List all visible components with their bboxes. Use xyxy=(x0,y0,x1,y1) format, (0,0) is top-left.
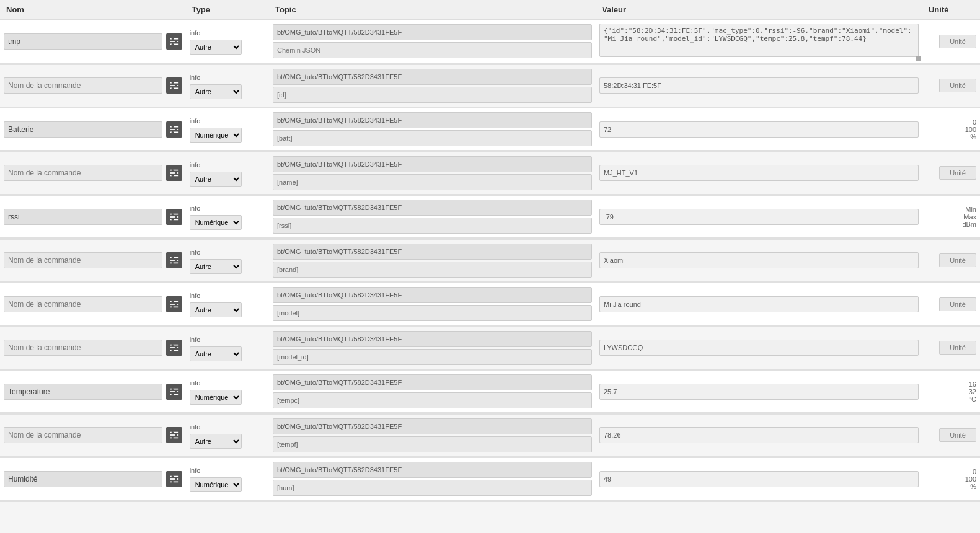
unite-input[interactable] xyxy=(939,297,976,311)
unite-input[interactable] xyxy=(939,35,976,48)
svg-point-45 xyxy=(171,344,174,346)
unite-input[interactable] xyxy=(939,79,976,92)
nom-input[interactable] xyxy=(4,77,162,94)
json-path-input[interactable] xyxy=(273,436,592,452)
topic-input[interactable] xyxy=(273,200,592,216)
valeur-input[interactable] xyxy=(599,165,919,181)
type-select[interactable]: AutreNumérique xyxy=(190,259,242,274)
nom-input[interactable] xyxy=(4,471,162,487)
type-select[interactable]: AutreNumérique xyxy=(190,477,242,492)
topic-input[interactable] xyxy=(273,331,592,347)
unite-unit: dBm xyxy=(926,221,976,228)
valeur-input[interactable] xyxy=(599,121,919,138)
json-path-input[interactable] xyxy=(273,87,592,103)
topic-input[interactable] xyxy=(273,156,592,172)
main-table-container: Nom Type Topic Valeur Unité infoAutreNum… xyxy=(0,0,980,502)
json-path-input[interactable] xyxy=(273,174,592,190)
json-path-input[interactable] xyxy=(273,392,592,408)
svg-point-33 xyxy=(171,257,174,259)
valeur-input[interactable] xyxy=(599,384,919,400)
settings-icon-button[interactable] xyxy=(166,77,182,94)
valeur-input[interactable] xyxy=(599,77,919,94)
settings-icon-button[interactable] xyxy=(166,471,182,487)
json-path-input[interactable] xyxy=(273,218,592,234)
header-valeur: Valeur xyxy=(596,0,922,20)
nom-input[interactable] xyxy=(4,296,162,312)
type-select[interactable]: AutreNumérique xyxy=(190,302,242,317)
unite-min: Min xyxy=(926,206,976,213)
settings-icon-button[interactable] xyxy=(166,209,182,225)
valeur-input[interactable] xyxy=(599,252,919,268)
nom-input[interactable] xyxy=(4,121,162,138)
type-select[interactable]: AutreNumérique xyxy=(190,40,242,55)
type-select[interactable]: AutreNumérique xyxy=(190,84,242,99)
svg-point-57 xyxy=(171,431,174,434)
type-select[interactable]: AutreNumérique xyxy=(190,128,242,143)
topic-input[interactable] xyxy=(273,69,592,85)
unite-unit: % xyxy=(926,133,976,141)
nom-input[interactable] xyxy=(4,427,162,443)
unite-unit: % xyxy=(926,483,976,490)
json-path-input[interactable] xyxy=(273,130,592,146)
topic-input[interactable] xyxy=(273,374,592,390)
settings-icon-button[interactable] xyxy=(166,296,182,312)
nom-cell xyxy=(4,296,182,312)
valeur-input[interactable] xyxy=(599,427,919,443)
resize-handle[interactable] xyxy=(916,56,921,61)
json-path-input[interactable] xyxy=(273,262,592,278)
settings-icon-button[interactable] xyxy=(166,252,182,268)
nom-input[interactable] xyxy=(4,252,162,268)
topic-input[interactable] xyxy=(273,244,592,260)
nom-input[interactable] xyxy=(4,209,162,225)
type-select[interactable]: AutreNumérique xyxy=(190,346,242,361)
svg-point-22 xyxy=(175,172,177,174)
type-select[interactable]: AutreNumérique xyxy=(190,215,242,230)
type-label: info xyxy=(190,247,265,257)
valeur-input[interactable] xyxy=(599,296,919,312)
unite-input[interactable] xyxy=(939,253,976,267)
type-select[interactable]: AutreNumérique xyxy=(190,172,242,187)
svg-point-4 xyxy=(175,40,177,43)
nom-input[interactable] xyxy=(4,340,162,356)
settings-icon-button[interactable] xyxy=(166,165,182,181)
settings-icon-button[interactable] xyxy=(166,384,182,400)
topic-input[interactable] xyxy=(273,418,592,434)
type-label: info xyxy=(190,203,265,213)
svg-point-46 xyxy=(175,346,177,349)
valeur-input[interactable] xyxy=(599,471,919,487)
topic-input[interactable] xyxy=(273,24,592,40)
json-path-input[interactable] xyxy=(273,349,592,365)
type-select[interactable]: AutreNumérique xyxy=(190,390,242,405)
valeur-input[interactable] xyxy=(599,340,919,356)
json-path-input[interactable] xyxy=(273,42,592,58)
settings-icon-button[interactable] xyxy=(166,340,182,356)
separator-row xyxy=(0,500,980,502)
nom-cell xyxy=(4,252,182,268)
unite-max: 100 xyxy=(926,475,976,483)
unite-input[interactable] xyxy=(939,428,976,442)
table-row: infoAutreNumérique xyxy=(0,65,980,107)
nom-cell xyxy=(4,33,182,50)
json-path-input[interactable] xyxy=(273,480,592,496)
topic-input[interactable] xyxy=(273,462,592,478)
topic-input[interactable] xyxy=(273,112,592,128)
settings-icon-button[interactable] xyxy=(166,121,182,138)
table-row: infoAutreNumérique xyxy=(0,415,980,457)
valeur-textarea[interactable] xyxy=(599,24,919,57)
topic-input[interactable] xyxy=(273,287,592,303)
settings-icon-button[interactable] xyxy=(166,427,182,443)
json-path-input[interactable] xyxy=(273,305,592,321)
unite-input[interactable] xyxy=(939,166,976,180)
settings-icon-button[interactable] xyxy=(166,33,182,50)
nom-cell xyxy=(4,165,182,181)
nom-input[interactable] xyxy=(4,165,162,181)
valeur-input[interactable] xyxy=(599,209,919,225)
table-row: infoAutreNumérique0100% xyxy=(0,108,980,151)
table-row: infoAutreNumérique xyxy=(0,283,980,325)
type-select[interactable]: AutreNumérique xyxy=(190,434,242,449)
nom-input[interactable] xyxy=(4,384,162,400)
svg-point-23 xyxy=(171,175,174,177)
nom-input[interactable] xyxy=(4,33,162,50)
svg-point-64 xyxy=(175,478,177,480)
unite-input[interactable] xyxy=(939,341,976,355)
